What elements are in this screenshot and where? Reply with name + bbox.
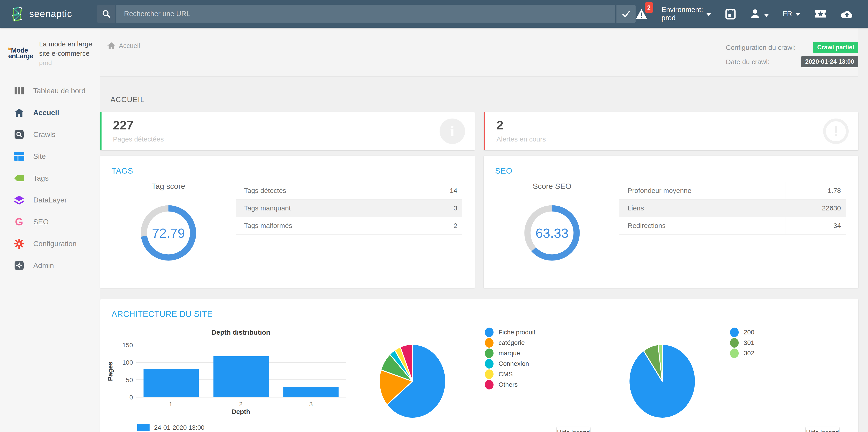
crawl-info: Configuration du crawl: Crawl partiel Da…	[726, 42, 859, 67]
layers-icon	[13, 195, 26, 205]
y-axis-tick: 50	[110, 376, 133, 384]
user-menu[interactable]	[750, 8, 769, 20]
top-navbar: seenaptic 2 Environment: prod	[0, 0, 868, 28]
legend-item[interactable]: Fiche produit	[485, 327, 535, 338]
table-row: Liens 22630	[619, 200, 846, 217]
legend-label: 200	[744, 329, 754, 336]
sidebar-item-admin[interactable]: Admin	[0, 255, 100, 276]
legend-label: Fiche produit	[499, 329, 535, 336]
pagetype-pie-legend: Fiche produitcatégoriemarqueConnexionCMS…	[485, 327, 535, 390]
stat-card-alerts: 2 Alertes en cours !	[484, 112, 858, 151]
red-accent-bar	[484, 112, 485, 151]
columns-icon	[13, 87, 26, 95]
seo-g-icon: G	[13, 215, 26, 228]
site-logo-prefix: la	[8, 47, 11, 51]
legend-item[interactable]: Connexion	[485, 359, 535, 369]
crawl-search-icon	[13, 129, 26, 139]
hide-legend-button[interactable]: Hide legend	[556, 427, 590, 432]
site-logo-line2: enLarge	[8, 52, 33, 60]
crawl-date-badge: 2020-01-24 13:00	[801, 56, 858, 67]
architecture-card: ARCHITECTURE DU SITE Depth distribution …	[100, 299, 858, 432]
alerts-label: Alertes en cours	[496, 135, 858, 143]
seo-score-donut: 63.33	[522, 203, 582, 263]
bar-chart-title: Depth distribution	[136, 329, 346, 336]
bar-chart-xlabel: Depth	[136, 408, 346, 416]
architecture-title: ARCHITECTURE DU SITE	[112, 309, 213, 319]
language-label: FR	[783, 10, 792, 18]
seo-score-value: 63.33	[522, 203, 582, 263]
sidebar-item-tags[interactable]: Tags	[0, 167, 100, 189]
bar-3[interactable]	[283, 387, 339, 397]
sidebar-item-configuration[interactable]: Configuration	[0, 233, 100, 255]
sidebar-item-site[interactable]: Site	[0, 145, 100, 167]
tag-icon	[13, 174, 26, 182]
calendar-menu[interactable]	[725, 8, 736, 20]
site-logo: laMode enLarge	[8, 47, 33, 59]
language-dropdown[interactable]: FR	[783, 10, 800, 18]
status-pie-legend: 200301302	[730, 327, 754, 359]
legend-swatch	[485, 359, 494, 369]
stat-card-pages: 227 Pages détectées i	[100, 112, 475, 151]
home-icon	[107, 42, 116, 49]
admin-gear-icon	[13, 261, 26, 270]
legend-label: CMS	[499, 371, 513, 378]
gear-icon	[13, 239, 26, 248]
hide-legend-button[interactable]: Hide legend	[805, 427, 840, 432]
x-axis-tick: 2	[206, 401, 276, 408]
seenaptic-logo-icon	[10, 5, 24, 22]
upload-menu[interactable]	[840, 9, 853, 19]
user-icon	[750, 8, 761, 20]
environment-label: Environment: prod	[661, 6, 703, 22]
bar-2[interactable]	[213, 356, 269, 397]
seo-table: Profondeur moyenne 1.78 Liens 22630 Redi…	[619, 182, 846, 263]
legend-item[interactable]: 301	[730, 338, 754, 348]
releases-menu[interactable]	[814, 9, 826, 19]
seo-card: SEO Score SEO 63.33 Profondeur moyenne 1…	[484, 156, 858, 288]
environment-dropdown[interactable]: Environment: prod	[661, 6, 711, 22]
sidebar-item-tableau-de-bord[interactable]: Tableau de bord	[0, 80, 100, 102]
tag-score-value: 72.79	[139, 203, 198, 263]
brand-name: seenaptic	[29, 8, 72, 19]
table-row: Tags détectés 14	[236, 182, 462, 200]
legend-item[interactable]: catégorie	[485, 338, 535, 348]
legend-swatch	[730, 328, 739, 337]
crawl-config-badge: Crawl partiel	[813, 42, 858, 53]
sidebar-item-seo[interactable]: G SEO	[0, 211, 100, 233]
legend-swatch	[730, 338, 739, 347]
bar-chart-legend[interactable]: 24-01-2020 13:00	[137, 424, 205, 431]
sidebar: laMode enLarge La mode en large site e-c…	[0, 28, 100, 432]
cloud-upload-icon	[840, 9, 853, 19]
legend-item[interactable]: 302	[730, 348, 754, 359]
sidebar-item-crawls[interactable]: Crawls	[0, 124, 100, 145]
tags-card: TAGS Tag score 72.79 Tags détectés 14	[100, 156, 475, 288]
bar-1[interactable]	[144, 369, 199, 397]
alerts-menu[interactable]: 2	[636, 8, 647, 20]
tag-score-title: Tag score	[112, 182, 225, 191]
legend-label: 301	[744, 339, 754, 346]
x-axis-tick: 3	[276, 401, 346, 408]
legend-item[interactable]: CMS	[485, 369, 535, 379]
alerts-count: 2	[496, 118, 858, 132]
legend-item[interactable]: Others	[485, 379, 535, 390]
breadcrumb-home[interactable]: Accueil	[119, 42, 140, 49]
sidebar-item-datalayer[interactable]: DataLayer	[0, 189, 100, 211]
site-block: laMode enLarge La mode en large site e-c…	[0, 40, 100, 67]
ticket-star-icon	[814, 9, 826, 19]
breadcrumb[interactable]: Accueil	[107, 42, 140, 49]
legend-label: Others	[499, 381, 518, 388]
legend-label: catégorie	[499, 339, 525, 346]
search-submit-button[interactable]	[616, 5, 636, 23]
sidebar-item-accueil[interactable]: Accueil	[0, 102, 100, 124]
legend-item[interactable]: 200	[730, 327, 754, 338]
search-button[interactable]	[97, 5, 116, 23]
legend-swatch	[485, 328, 494, 337]
pages-label: Pages détectées	[113, 135, 475, 143]
seo-card-title: SEO	[495, 166, 847, 175]
alerts-count-badge: 2	[645, 2, 653, 13]
pages-count: 227	[113, 118, 475, 132]
status-pie-chart	[628, 343, 696, 419]
search-input[interactable]	[116, 5, 615, 23]
y-axis-tick: 0	[110, 394, 133, 401]
legend-item[interactable]: marque	[485, 348, 535, 359]
legend-label: 302	[744, 350, 754, 357]
